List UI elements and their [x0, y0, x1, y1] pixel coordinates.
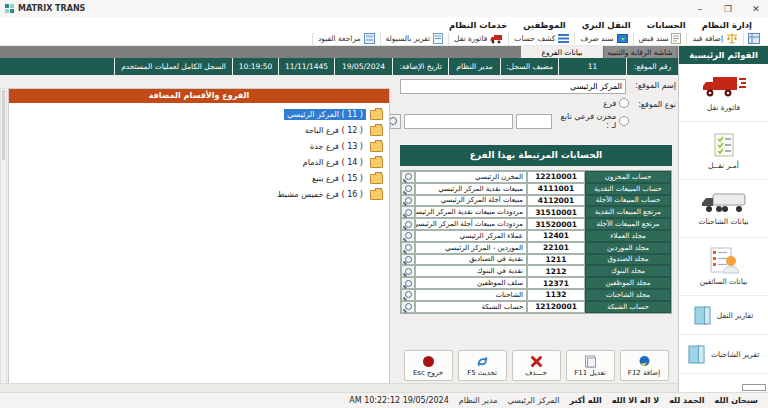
status-bar: سبحان الله الحمد لله لا اله الا الله الل…	[0, 392, 768, 408]
status-dhikr-1: سبحان الله	[715, 396, 758, 405]
parent-branch-name-input[interactable]	[404, 114, 513, 129]
account-search-button[interactable]	[401, 289, 415, 301]
table-row: مجلد الموردين 22101 الموردين - المركز ال…	[401, 242, 671, 254]
maximize-button[interactable]: ❐	[721, 4, 735, 14]
toolbar-liquidity-report[interactable]: تقرير بالسيولة	[380, 33, 448, 45]
toolbar-add-entry[interactable]: إضافة قيد	[686, 33, 743, 45]
sidebar-item-drivers-data[interactable]: بيانات السائقين	[679, 238, 768, 296]
red-truck-icon	[701, 74, 747, 100]
tree-item-main-center[interactable]: ( 11 ) المركز الرئيسي	[15, 106, 383, 122]
menu-land-transport[interactable]: النقل البري	[574, 20, 639, 30]
edit-button[interactable]: تعديل F11	[566, 350, 615, 381]
site-no-value: 11	[558, 58, 626, 75]
account-search-button[interactable]	[401, 230, 415, 242]
table-row: مجلد الصندوق 1211 نقدية في الصناديق	[401, 254, 671, 266]
menu-accounts[interactable]: الحسابات	[639, 20, 694, 30]
branch-radio-label: فرع	[603, 99, 616, 108]
search-icon	[405, 256, 412, 263]
table-row: مجلد الشاحنات 1132 الشاحنات	[401, 289, 671, 301]
record-info-bar: رقم الموقع: 11 مضيف السجل: مدير النظام ت…	[0, 58, 678, 75]
search-icon	[405, 268, 412, 275]
minimize-button[interactable]: –	[693, 4, 707, 14]
search-icon	[405, 173, 412, 180]
branch-radio[interactable]	[619, 98, 629, 108]
table-row: مجلد العملاء 12401 عملاء المركز الرئيسي	[401, 230, 671, 242]
tree-item-jeddah-branch[interactable]: ( 13 ) فرع جدة	[15, 138, 383, 154]
exit-button[interactable]: خروج Esc	[404, 350, 453, 381]
toolbar-account-statement[interactable]: كشف حساب	[508, 33, 574, 45]
menu-employees[interactable]: الموظفين	[515, 20, 573, 30]
account-search-button[interactable]	[401, 254, 415, 266]
tree-item-dammam-branch[interactable]: ( 14 ) فرع الدمام	[15, 154, 383, 170]
toolbar-receipt-voucher[interactable]: سند قبض	[633, 33, 687, 45]
grid-icon	[748, 33, 760, 44]
parent-branch-no-input[interactable]	[516, 114, 552, 129]
table-row: مرتجع المبيعات الآجلة 31520001 مردودات م…	[401, 218, 671, 230]
sidebar-item-transport-invoice[interactable]: فاتورة نقل	[679, 64, 768, 122]
tree-item-khamis-branch[interactable]: ( 16 ) فرع خميس مشيط	[15, 186, 383, 202]
table-row: حساب المبيعات الآجلة 4112001 مبيعات آجلة…	[401, 195, 671, 207]
search-icon	[405, 209, 412, 216]
account-search-button[interactable]	[401, 183, 415, 195]
add-globe-icon	[638, 355, 651, 368]
search-icon	[405, 232, 412, 239]
toolbar-transport-invoice[interactable]: فاتورة نقل	[448, 33, 508, 45]
tab-control-screen[interactable]: شاشة الرقابة والتنبيه	[603, 46, 676, 58]
add-button[interactable]: إضافة F12	[620, 350, 669, 381]
folder-icon	[370, 110, 383, 120]
full-log-button[interactable]: السجل الكامل لعمليات المستخدم	[114, 58, 232, 75]
account-search-button[interactable]	[401, 242, 415, 254]
account-search-button[interactable]	[401, 171, 415, 183]
toolbar-review-entries[interactable]: مراجعة القيود	[312, 33, 380, 45]
mini-input[interactable]	[742, 384, 766, 391]
sidebar-item-transport-reports[interactable]: تقارير النقل	[679, 296, 768, 335]
account-search-button[interactable]	[401, 195, 415, 207]
sidebar-item-trucks-data[interactable]: بيانات الشاحنات	[679, 180, 768, 238]
delete-x-icon	[530, 355, 543, 368]
tree-header: الفروع والأقسام المضافة	[9, 89, 389, 103]
account-search-button[interactable]	[401, 301, 415, 313]
folder-icon	[370, 126, 383, 136]
tree-scrollbar[interactable]	[0, 88, 7, 384]
search-icon	[405, 185, 412, 192]
checklist-icon	[711, 132, 737, 158]
review-icon	[364, 33, 375, 44]
report-icon	[433, 33, 443, 44]
tree-item-yanbu-branch[interactable]: ( 15 ) فرع ينبع	[15, 170, 383, 186]
close-button[interactable]: ✕	[749, 4, 763, 14]
folder-icon	[370, 142, 383, 152]
status-current-user: مدير النظام	[459, 396, 498, 405]
folder-icon	[370, 158, 383, 168]
sidebar-item-trucks-report[interactable]: تقرير الشاحنات	[679, 335, 768, 374]
add-time: 10:19:50	[232, 58, 278, 75]
main-area: شاشة الرقابة والتنبيه بيانات الفروع رقم …	[0, 46, 678, 392]
gregorian-date: 19/05/2024	[334, 58, 392, 75]
folder-icon	[370, 174, 383, 184]
account-search-button[interactable]	[401, 277, 415, 289]
status-current-branch: المركز الرئيسي	[507, 396, 559, 405]
search-icon	[405, 197, 412, 204]
truck-icon	[699, 192, 749, 214]
scrollbar-thumb[interactable]	[2, 90, 5, 160]
panel-toggle-button[interactable]	[743, 33, 764, 45]
sidebar-item-transport-order[interactable]: أمـر نقــل	[679, 122, 768, 180]
account-search-button[interactable]	[401, 206, 415, 218]
substore-radio[interactable]	[619, 116, 629, 126]
tree-item-baha-branch[interactable]: ( 12 ) فرع الباحة	[15, 122, 383, 138]
status-dhikr-2: الحمد لله	[669, 396, 704, 405]
payment-icon	[617, 33, 628, 44]
account-search-button[interactable]	[401, 265, 415, 277]
toolbar-payment-voucher[interactable]: سند صرف	[574, 33, 632, 45]
site-name-input[interactable]	[400, 79, 626, 94]
menu-system-admin[interactable]: إدارة النظام	[694, 20, 760, 30]
bottom-strip	[0, 383, 678, 392]
receipt-icon	[671, 33, 681, 44]
table-row: حساب المبيعات النقدية 4111001 مبيعات نقد…	[401, 183, 671, 195]
delete-button[interactable]: حـــذف	[512, 350, 561, 381]
account-search-button[interactable]	[401, 218, 415, 230]
tab-branches-data[interactable]: بيانات الفروع	[521, 46, 603, 58]
menu-system-services[interactable]: خدمات النظام	[441, 20, 515, 30]
refresh-button[interactable]: تحديث F5	[458, 350, 507, 381]
report-book-icon	[688, 345, 705, 364]
table-row: مجلد البنوك 1212 نقدية في البنوك	[401, 265, 671, 277]
